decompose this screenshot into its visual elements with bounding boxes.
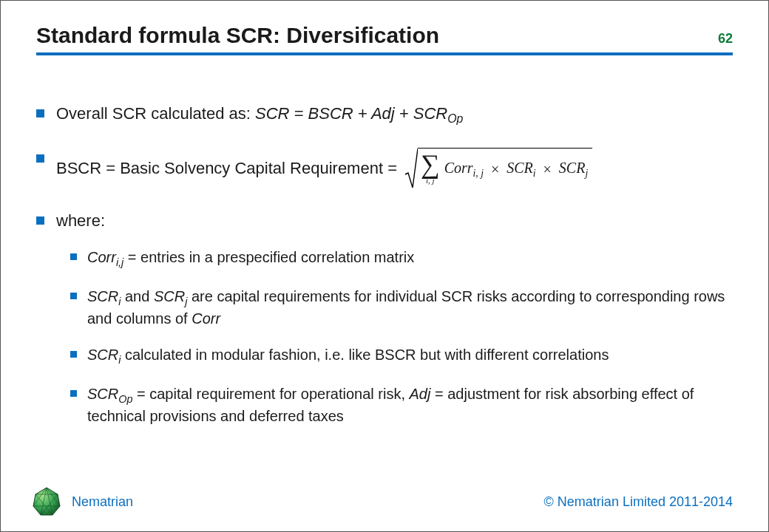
corr: Corr: [444, 160, 473, 176]
bullet-text: where:: [56, 210, 733, 232]
sigma-icon: ∑: [421, 154, 440, 175]
term-scrop-sub: Op: [118, 393, 132, 405]
copyright: © Nematrian Limited 2011-2014: [544, 494, 733, 510]
slide-footer: Nematrian © Nematrian Limited 2011-2014: [30, 485, 733, 518]
slide-content: Overall SCR calculated as: SCR = BSCR + …: [36, 82, 733, 426]
footer-left: Nematrian: [30, 485, 133, 518]
term-adj: Adj: [371, 104, 395, 123]
term-bscr: BSCR: [308, 104, 353, 123]
bscr-formula: ∑ i, j Corri, j × SCRi × SCRj: [404, 148, 592, 189]
scr: SCR: [507, 160, 533, 176]
text: calculated in modular fashion, i.e. like…: [121, 347, 609, 363]
term-scr-j: SCR: [154, 288, 185, 304]
bullet-icon: [70, 293, 77, 299]
term-corr-sub: i,j: [116, 256, 123, 268]
term-corr: Corri, j: [444, 158, 484, 180]
bullet-text: Overall SCR calculated as: SCR = BSCR + …: [56, 103, 733, 127]
slide-number: 62: [718, 31, 733, 48]
plus: +: [353, 104, 371, 123]
sigma-index: i, j: [426, 177, 435, 185]
sub-bullet-scr-ij: SCRi and SCRj are capital requirements f…: [70, 287, 733, 329]
term-scr-i: SCRi: [507, 158, 535, 180]
text: Overall SCR calculated as:: [56, 104, 255, 123]
bullet-icon: [36, 109, 44, 117]
eq: =: [289, 104, 308, 123]
times-icon: ×: [541, 160, 555, 180]
bullet-text: SCRi calculated in modular fashion, i.e.…: [87, 345, 733, 367]
slide-title: Standard formula SCR: Diversification: [36, 23, 439, 48]
term-corr: Corr: [87, 249, 116, 265]
bullet-text: Corri,j = entries in a prespecified corr…: [87, 248, 733, 270]
text: = entries in a prespecified correlation …: [123, 249, 414, 265]
bullet-text: SCROp = capital requirement for operatio…: [87, 384, 733, 426]
scr: SCR: [559, 160, 586, 176]
term-scrop: SCR: [87, 386, 118, 402]
term-scrop: SCR: [413, 104, 447, 123]
bullet-where: where:: [36, 210, 733, 232]
term-scr-i: SCR: [87, 347, 118, 363]
term-adj: Adj: [410, 386, 431, 402]
term-scr: SCR: [255, 104, 289, 123]
scr-j-sub: j: [585, 168, 588, 179]
radicand: ∑ i, j Corri, j × SCRi × SCRj: [418, 148, 592, 189]
scr-i-sub: i: [533, 168, 536, 179]
radical-icon: [404, 148, 418, 189]
brand-name: Nematrian: [72, 494, 133, 510]
bullet-bscr-definition: BSCR = Basic Solvency Capital Requiremen…: [36, 148, 733, 189]
bullet-text: BSCR = Basic Solvency Capital Requiremen…: [56, 148, 733, 189]
bullet-icon: [70, 253, 77, 260]
sub-bullet-scrop-adj: SCROp = capital requirement for operatio…: [70, 384, 733, 426]
sub-bullets: Corri,j = entries in a prespecified corr…: [70, 248, 733, 426]
bullet-icon: [36, 216, 44, 225]
times-icon: ×: [488, 160, 502, 180]
text: BSCR = Basic Solvency Capital Requiremen…: [56, 157, 397, 180]
term-corr: Corr: [192, 310, 220, 327]
square-root: ∑ i, j Corri, j × SCRi × SCRj: [404, 148, 592, 189]
sub-bullet-scr-i-modular: SCRi calculated in modular fashion, i.e.…: [70, 345, 733, 367]
term-scr-j: SCRj: [559, 158, 588, 180]
slide: Standard formula SCR: Diversification 62…: [0, 0, 769, 532]
slide-header: Standard formula SCR: Diversification 62: [36, 23, 733, 55]
corr-sub: i, j: [473, 168, 484, 179]
text: = capital requirement for operational ri…: [132, 386, 409, 402]
term-scrop-sub: Op: [447, 112, 463, 125]
bullet-icon: [36, 154, 44, 163]
sub-bullet-corr: Corri,j = entries in a prespecified corr…: [70, 248, 733, 270]
text-and: and: [121, 288, 153, 304]
svg-marker-0: [33, 488, 60, 515]
bullet-icon: [70, 351, 77, 358]
bullet-icon: [70, 390, 77, 397]
term-scr-i: SCR: [87, 288, 118, 304]
plus: +: [395, 104, 413, 123]
bullet-text: SCRi and SCRj are capital requirements f…: [87, 287, 733, 329]
logo-icon: [30, 485, 63, 518]
bullet-overall-scr: Overall SCR calculated as: SCR = BSCR + …: [36, 103, 733, 127]
summation: ∑ i, j: [421, 154, 440, 185]
